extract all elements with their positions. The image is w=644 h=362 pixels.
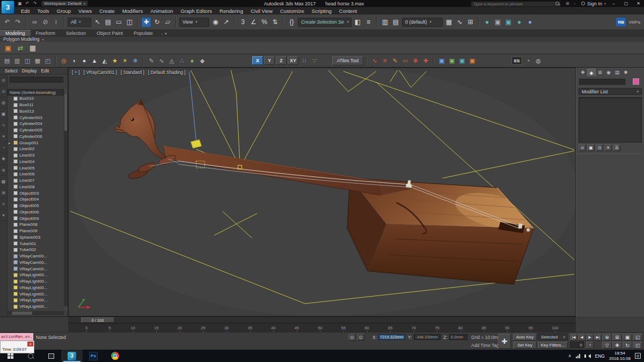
railclone-spline-icon[interactable]: ∿ — [370, 56, 379, 65]
taskbar-3dsmax-button[interactable]: 3 — [61, 350, 83, 362]
ribbon-minimize-icon[interactable]: ▾ — [165, 32, 167, 36]
water-tool-icon[interactable]: ▣ — [457, 56, 467, 65]
percent-snap-icon[interactable]: % — [259, 17, 269, 27]
scene-object-row[interactable]: Object006 — [8, 209, 64, 216]
ribbon-tab[interactable]: Object Paint — [91, 30, 128, 36]
explorer-pin-icon[interactable]: ◎ — [0, 75, 7, 86]
redo-icon[interactable]: ↷ — [13, 17, 23, 27]
container-explorer-icon[interactable]: ◫ — [23, 56, 32, 65]
unlink-selection-icon[interactable]: ⊘ — [40, 17, 50, 27]
scene-object-row[interactable]: Box010 — [8, 95, 64, 102]
name-column-header[interactable]: Name (Sorted Ascending) — [8, 89, 64, 95]
railclone-pen-icon[interactable]: ✎ — [390, 56, 400, 65]
render-setup-icon[interactable]: ▣ — [493, 17, 503, 27]
time-slider[interactable]: 0 / 100 — [68, 316, 576, 323]
modify-tab-icon[interactable]: ◈ — [587, 69, 596, 76]
remove-modifier-icon[interactable]: ✕ — [604, 144, 612, 151]
scene-object-row[interactable]: VRayLight00... — [8, 304, 64, 310]
display-tab-icon[interactable]: ▤ — [613, 69, 621, 76]
railclone-delete-icon[interactable]: ✕ — [380, 56, 390, 65]
selection-set-key-dropdown[interactable]: Selected ▾ — [538, 334, 568, 341]
zoom-all-icon[interactable]: ⊞ — [612, 334, 622, 341]
menu-item[interactable]: Graph Editors — [177, 8, 216, 14]
play-button[interactable]: ▶ — [586, 334, 594, 341]
auto-key-button[interactable]: Auto Key — [513, 334, 537, 341]
redo-quick-icon[interactable]: ↷ — [31, 1, 39, 6]
zoom-icon[interactable]: ⊕ — [602, 334, 612, 341]
terrain-tool-icon[interactable]: ◬ — [167, 56, 177, 65]
manage-scene-states-icon[interactable]: ◰ — [43, 56, 53, 65]
sphere-primitive-icon[interactable]: ● — [79, 56, 89, 65]
scene-object-row[interactable]: Line002 — [8, 146, 64, 152]
railclone-measure-icon[interactable]: ▭ — [400, 56, 410, 65]
grid-subdivide-icon[interactable]: ▦ — [27, 42, 39, 53]
scene-object-row[interactable]: VRayCam00... — [8, 253, 64, 260]
scene-object-row[interactable]: Plane009 — [8, 228, 64, 234]
explorer-lock-icon[interactable]: ⊙ — [0, 86, 7, 97]
explorer-display-cameras-icon[interactable]: ◔ — [0, 142, 7, 153]
viewport-menu-style[interactable]: [ Standard ] — [121, 70, 144, 75]
graphite-ribbon-toggle-icon[interactable]: ▦ — [444, 17, 454, 27]
ribbon-tab[interactable]: Freeform — [31, 30, 61, 36]
maximize-button[interactable]: ▢ — [621, 1, 631, 7]
railclone-axis-icon[interactable]: ✚ — [421, 56, 430, 65]
layer-dropdown[interactable]: 0 (default) ▾ — [402, 18, 443, 27]
material-editor-icon[interactable]: ● — [482, 17, 492, 27]
scene-object-row[interactable]: VRayCam00... — [8, 265, 64, 272]
modifier-stack[interactable] — [579, 97, 642, 143]
layer-manager-icon[interactable]: ▤ — [391, 17, 401, 27]
swap-convert-icon[interactable]: ⇄ — [14, 42, 26, 53]
torus-primitive-icon[interactable]: ◎ — [59, 56, 69, 65]
viewport-menu-shading[interactable]: [ Default Shading ] — [148, 70, 186, 75]
scene-object-row[interactable]: Object003 — [8, 190, 64, 196]
workspace-dropdown[interactable]: Workspace: Default ▾ — [41, 1, 88, 6]
menu-item[interactable]: Rendering — [216, 8, 247, 14]
maxscript-macro-recorder[interactable]: actionMan.ex... — [0, 333, 33, 341]
polygon-modeling-panel-label[interactable]: Polygon Modeling — [3, 36, 40, 42]
paint-deform-icon[interactable]: ✎ — [147, 56, 156, 65]
menu-item[interactable]: Content — [335, 8, 361, 14]
key-filters-button[interactable]: Key Filters... — [538, 342, 568, 349]
scene-object-row[interactable]: Tube001 — [8, 240, 64, 247]
grid-points-icon[interactable]: ∷ — [299, 56, 309, 65]
explorer-display-geometry-icon[interactable]: ▣ — [0, 108, 7, 120]
notifications-icon[interactable]: ◌ — [571, 1, 578, 6]
go-to-start-button[interactable]: |◀ — [570, 334, 577, 341]
scene-object-row[interactable]: Plane008 — [8, 221, 64, 228]
physx-tool-icon[interactable]: ▣ — [437, 56, 447, 65]
object-name-field[interactable] — [579, 79, 625, 85]
zoom-extents-all-icon[interactable]: ◱ — [633, 334, 642, 341]
menu-item[interactable]: Group — [53, 8, 75, 14]
scene-object-row[interactable]: Line006 — [8, 171, 64, 178]
scene-object-row[interactable]: Line008 — [8, 184, 64, 190]
explorer-find-icon[interactable]: ◍ — [0, 97, 7, 108]
network-icon[interactable] — [576, 354, 580, 358]
maximize-viewport-icon[interactable]: ◰ — [633, 342, 642, 349]
rectangular-selection-region-icon[interactable]: ▭ — [114, 17, 124, 27]
scene-object-row[interactable]: VRayLight00... — [8, 285, 64, 291]
cone-primitive-icon[interactable]: ▲ — [90, 56, 99, 65]
settings-tool-icon[interactable]: ◍ — [533, 56, 543, 65]
tray-expand-icon[interactable]: ∧ — [568, 353, 572, 358]
scene-object-row[interactable]: Line005 — [8, 165, 64, 171]
x-coordinate-field[interactable]: 7219.323mm — [378, 334, 405, 340]
scene-explorer-search-input[interactable] — [10, 77, 63, 83]
reference-coordinate-dropdown[interactable]: View ▾ — [179, 18, 209, 27]
scene-object-row[interactable]: Line007 — [8, 178, 64, 184]
orbit-icon[interactable]: ↻ — [623, 342, 632, 349]
zoom-extents-icon[interactable]: ▣ — [623, 334, 632, 341]
render-iterative-icon[interactable]: ● — [525, 17, 535, 27]
scene-explorer-toolbar-icon[interactable]: ▤ — [2, 56, 12, 65]
select-object-icon[interactable]: ↖ — [92, 17, 103, 27]
time-configuration-button[interactable]: ◔ — [586, 342, 594, 349]
set-keys-button[interactable]: ✚ — [498, 334, 511, 349]
scatter-tool-icon[interactable]: ∴ — [177, 56, 187, 65]
scene-object-row[interactable]: Box013 — [8, 108, 64, 115]
hierarchy-tab-icon[interactable]: ⊞ — [596, 69, 604, 76]
menu-item[interactable]: Scripting — [308, 8, 335, 14]
taskbar-chrome-button[interactable] — [104, 350, 126, 362]
rb-plugin-icon[interactable]: RB — [616, 18, 626, 26]
dome-primitive-icon[interactable]: ◖ — [69, 56, 79, 65]
taskbar-photoshop-button[interactable]: Ps — [83, 350, 104, 362]
make-unique-icon[interactable]: ⊡ — [596, 144, 603, 151]
